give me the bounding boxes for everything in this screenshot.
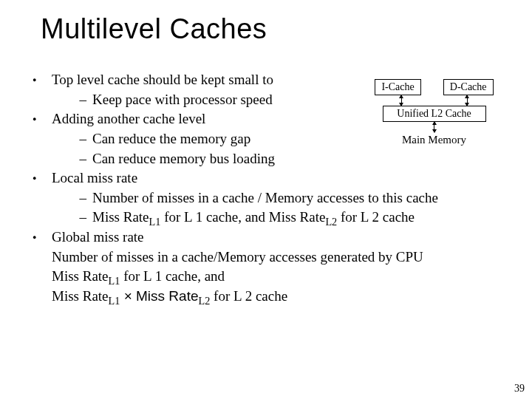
bullet-3: Local miss rate — [52, 168, 517, 188]
text-fragment: × Miss Rate — [120, 288, 198, 304]
bullet-2: Adding another cache level — [52, 109, 517, 129]
dash-icon — [52, 149, 92, 168]
text-fragment: for L 1 cache, and Miss Rate — [160, 209, 325, 225]
text-fragment: Miss Rate — [52, 268, 109, 284]
subscript: L1 — [149, 216, 161, 228]
text-fragment: Miss Rate — [52, 288, 109, 304]
bullet-3-sub-1: Number of misses in a cache / Memory acc… — [92, 188, 517, 208]
text-fragment: for L 2 cache — [337, 209, 415, 225]
bullet-1-sub-1: Keep pace with processor speed — [92, 90, 517, 109]
bullet-4-line-3: Miss RateL1 × Miss RateL2 for L 2 cache — [52, 287, 517, 306]
slide-title: Multilevel Caches — [41, 13, 267, 45]
bullet-4-line-2: Miss RateL1 for L 1 cache, and — [52, 267, 517, 286]
subscript: L1 — [109, 295, 120, 307]
bullet-2-sub-1: Can reduce the memory gap — [92, 129, 517, 149]
text-fragment: for L 1 cache, and — [120, 268, 225, 284]
bullet-3-sub-2: Miss RateL1 for L 1 cache, and Miss Rate… — [92, 208, 517, 227]
dash-icon — [52, 208, 92, 227]
bullet-1: Top level cache should be kept small to — [52, 70, 517, 89]
slide-body: Top level cache should be kept small to … — [30, 70, 517, 307]
bullet-4-line-1: Number of misses in a cache/Memory acces… — [52, 248, 517, 267]
slide: Multilevel Caches I-Cache D-Cache Unifie… — [0, 0, 532, 399]
bullet-icon — [30, 168, 52, 187]
dash-icon — [52, 188, 92, 208]
dash-icon — [52, 90, 92, 109]
text-fragment: for L 2 cache — [210, 288, 287, 304]
bullet-2-sub-2: Can reduce memory bus loading — [92, 149, 517, 168]
subscript: L2 — [325, 216, 337, 228]
dash-icon — [52, 129, 92, 149]
subscript: L2 — [199, 295, 211, 307]
bullet-icon — [30, 70, 52, 89]
bullet-4: Global miss rate — [52, 228, 517, 247]
slide-number: 39 — [514, 383, 525, 395]
bullet-icon — [30, 109, 52, 128]
bullet-icon — [30, 228, 52, 246]
text-fragment: Miss Rate — [92, 209, 149, 225]
subscript: L1 — [109, 275, 120, 287]
